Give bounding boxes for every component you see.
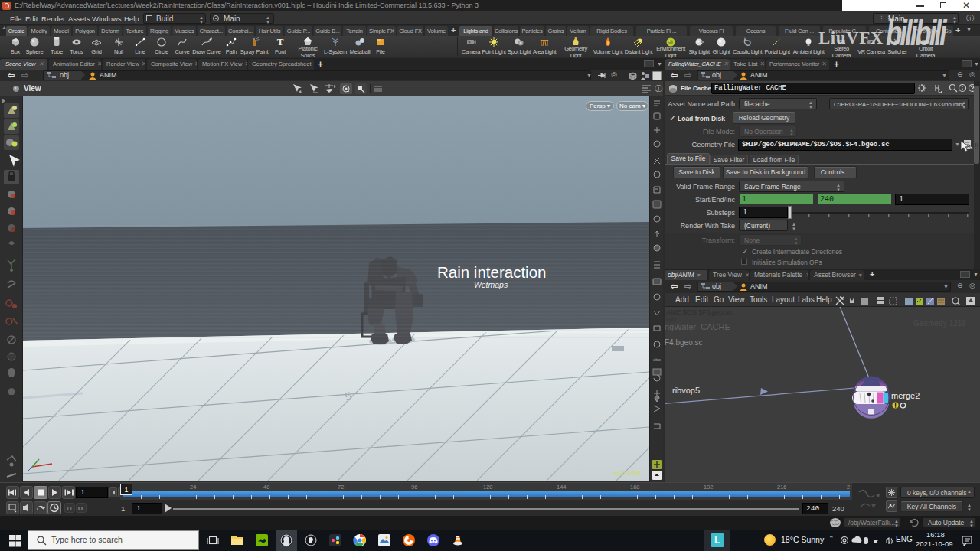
svg-text:abc: abc [653,357,661,362]
svg-text:T: T [277,36,284,47]
